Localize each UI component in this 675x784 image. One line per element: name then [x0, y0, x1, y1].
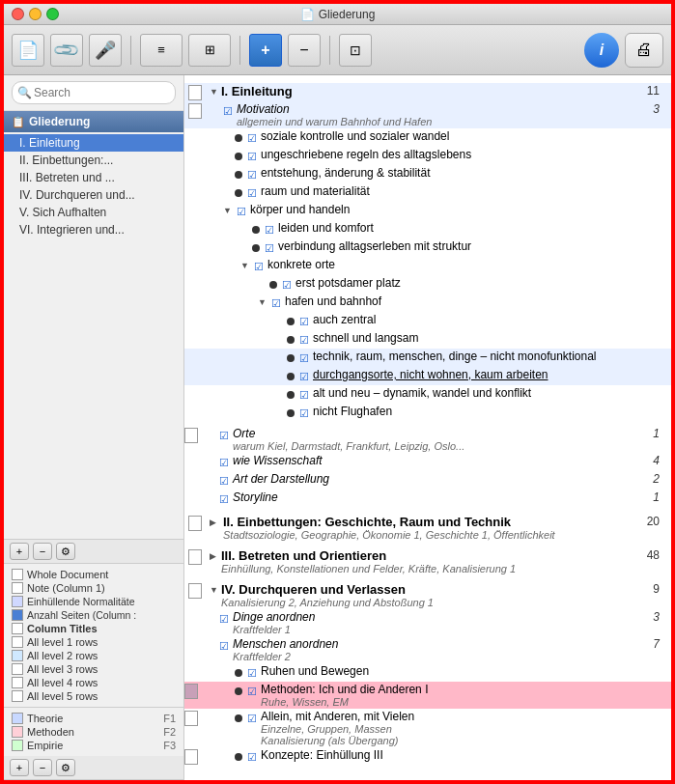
checkbox-raum[interactable]: ☑	[245, 186, 259, 200]
row-erst[interactable]: ☑ erst potsdamer platz	[184, 275, 671, 294]
view2-button[interactable]: ⊞	[188, 34, 231, 67]
checkbox-durchgang[interactable]: ☑	[297, 370, 311, 383]
sidebar-add-button-2[interactable]: +	[10, 759, 29, 776]
sidebar-settings-button[interactable]: ⚙	[56, 543, 75, 560]
row-hafen[interactable]: ▼ ☑ hafen und bahnhof	[184, 294, 671, 312]
checkbox-ungeschriebene[interactable]: ☑	[245, 150, 259, 163]
checkbox-art[interactable]: ☑	[217, 474, 231, 488]
resize-button[interactable]: ⊡	[339, 34, 372, 67]
sidebar-item-1[interactable]: II. Einbettungen:...	[4, 152, 183, 169]
checkbox-verbindung[interactable]: ☑	[263, 241, 276, 255]
legend-item-2[interactable]: Empirie F3	[4, 739, 183, 752]
checkbox-hafen[interactable]: ☑	[269, 296, 283, 310]
legend-item-0[interactable]: Theorie F1	[4, 712, 183, 725]
checkbox-methoden[interactable]: ☑	[245, 685, 259, 698]
row-art[interactable]: ☑ Art der Darstellung 2	[184, 471, 671, 490]
style-item-2[interactable]: Einhüllende Normalitäte	[4, 595, 183, 608]
row-ruhen[interactable]: ☑ Ruhen und Bewegen	[184, 663, 671, 682]
row-verbindung[interactable]: ☑ verbindung alltagserleben mit struktur	[184, 238, 671, 257]
triangle-konkrete[interactable]: ▼	[240, 261, 252, 270]
attachment-button[interactable]: 📎	[50, 34, 83, 67]
checkbox-nicht-flughafen[interactable]: ☑	[297, 406, 311, 420]
sidebar-settings-button-2[interactable]: ⚙	[56, 759, 75, 776]
row-konkrete[interactable]: ▼ ☑ konkrete orte	[184, 257, 671, 275]
remove-toolbar-button[interactable]: −	[288, 34, 321, 67]
row-konzepte[interactable]: ☑ Konzepte: Einhüllung III	[184, 747, 671, 766]
checkbox-koerper[interactable]: ☑	[235, 205, 248, 218]
style-item-6[interactable]: All level 2 rows	[4, 649, 183, 662]
row-durchgang[interactable]: ☑ durchgangsorte, nicht wohnen, kaum arb…	[184, 367, 671, 385]
row-koerper[interactable]: ▼ ☑ körper und handeln	[184, 202, 671, 220]
row-ungeschriebene[interactable]: ☑ ungeschriebene regeln des alltagsleben…	[184, 147, 671, 165]
triangle-hafen[interactable]: ▼	[258, 297, 269, 307]
row-menschen[interactable]: ☑ Menschen anordnen Kraftfelder 2 7	[184, 636, 671, 663]
sidebar-remove-button-2[interactable]: −	[33, 759, 52, 776]
row-nicht-flughafen[interactable]: ☑ nicht Flughafen	[184, 404, 671, 422]
maximize-button[interactable]	[46, 8, 59, 20]
section-III-header[interactable]: ▶ III. Betreten und Orientieren Einhüllu…	[184, 547, 671, 575]
checkbox-wiss[interactable]: ☑	[217, 456, 231, 469]
row-raum[interactable]: ☑ raum und materialität	[184, 183, 671, 202]
section-II-header[interactable]: ▶ II. Einbettungen: Geschichte, Raum und…	[184, 514, 671, 542]
checkbox-ruhen[interactable]: ☑	[245, 666, 259, 680]
legend-item-1[interactable]: Methoden F2	[4, 725, 183, 739]
row-technik[interactable]: ☑ technik, raum, menschen, dinge – nicht…	[184, 349, 671, 367]
checkbox-dinge[interactable]: ☑	[217, 612, 231, 626]
sidebar-item-4[interactable]: V. Sich Aufhalten	[4, 204, 183, 221]
sidebar-item-2[interactable]: III. Betreten und ...	[4, 169, 183, 186]
triangle-I[interactable]: ▼	[210, 87, 221, 97]
row-orte[interactable]: ☑ Orte warum Kiel, Darmstadt, Frankfurt,…	[184, 426, 671, 453]
checkbox-menschen[interactable]: ☑	[217, 639, 231, 653]
style-item-9[interactable]: All level 5 rows	[4, 689, 183, 703]
search-input[interactable]	[12, 81, 176, 104]
checkbox-orte[interactable]: ☑	[217, 429, 231, 442]
triangle-koerper[interactable]: ▼	[223, 206, 235, 215]
style-item-1[interactable]: Note (Column 1)	[4, 581, 183, 595]
style-item-0[interactable]: Whole Document	[4, 568, 183, 581]
sidebar-add-button[interactable]: +	[10, 543, 29, 560]
add-toolbar-button[interactable]: +	[249, 34, 282, 67]
checkbox-entstehung[interactable]: ☑	[245, 168, 259, 182]
print-button[interactable]: 🖨	[625, 33, 663, 68]
checkbox-soziale[interactable]: ☑	[245, 131, 259, 145]
mic-button[interactable]: 🎤	[89, 34, 122, 67]
section-IV-header[interactable]: ▼ IV. Durchqueren und Verlassen Kanalisi…	[184, 581, 671, 609]
style-item-4[interactable]: Column Titles	[4, 622, 183, 635]
row-auch[interactable]: ☑ auch zentral	[184, 312, 671, 330]
checkbox-technik[interactable]: ☑	[297, 351, 311, 365]
row-schnell[interactable]: ☑ schnell und langsam	[184, 330, 671, 349]
row-storyline[interactable]: ☑ Storyline 1	[184, 490, 671, 508]
row-motivation[interactable]: ☑ Motivation allgemein und warum Bahnhof…	[184, 101, 671, 128]
sidebar-remove-button[interactable]: −	[33, 543, 52, 560]
sidebar-item-3[interactable]: IV. Durchqueren und...	[4, 186, 183, 204]
triangle-III[interactable]: ▶	[210, 551, 221, 561]
checkbox-erst[interactable]: ☑	[280, 278, 294, 292]
checkbox-alt[interactable]: ☑	[297, 388, 311, 402]
row-alt[interactable]: ☑ alt und neu – dynamik, wandel und konf…	[184, 385, 671, 404]
checkbox-schnell[interactable]: ☑	[297, 333, 311, 347]
checkbox-leiden[interactable]: ☑	[263, 223, 276, 237]
minimize-button[interactable]	[29, 8, 42, 20]
close-button[interactable]	[12, 8, 24, 20]
row-soziale[interactable]: ☑ soziale kontrolle und sozialer wandel	[184, 128, 671, 147]
section-I-header[interactable]: ▼ I. Einleitung 11	[184, 83, 671, 101]
sidebar-item-0[interactable]: I. Einleitung	[4, 134, 183, 152]
checkbox-storyline[interactable]: ☑	[217, 492, 231, 506]
checkbox-motivation[interactable]: ☑	[221, 104, 235, 118]
checkbox-allein[interactable]: ☑	[245, 712, 259, 725]
style-item-8[interactable]: All level 4 rows	[4, 676, 183, 689]
style-item-5[interactable]: All level 1 rows	[4, 635, 183, 649]
checkbox-konkrete[interactable]: ☑	[252, 260, 266, 273]
row-wiss[interactable]: ☑ wie Wissenschaft 4	[184, 453, 671, 471]
style-item-3[interactable]: Anzahl Seiten (Column :	[4, 608, 183, 622]
view1-button[interactable]: ≡	[140, 34, 183, 67]
triangle-II[interactable]: ▶	[210, 518, 221, 527]
row-entstehung[interactable]: ☑ entstehung, änderung & stabilität	[184, 165, 671, 183]
checkbox-auch[interactable]: ☑	[297, 315, 311, 328]
style-item-7[interactable]: All level 3 rows	[4, 662, 183, 676]
row-dinge[interactable]: ☑ Dinge anordnen Kraftfelder 1 3	[184, 609, 671, 636]
info-button[interactable]: i	[584, 33, 619, 68]
row-leiden[interactable]: ☑ leiden und komfort	[184, 220, 671, 238]
triangle-IV[interactable]: ▼	[210, 585, 221, 595]
checkbox-konzepte[interactable]: ☑	[245, 750, 259, 764]
